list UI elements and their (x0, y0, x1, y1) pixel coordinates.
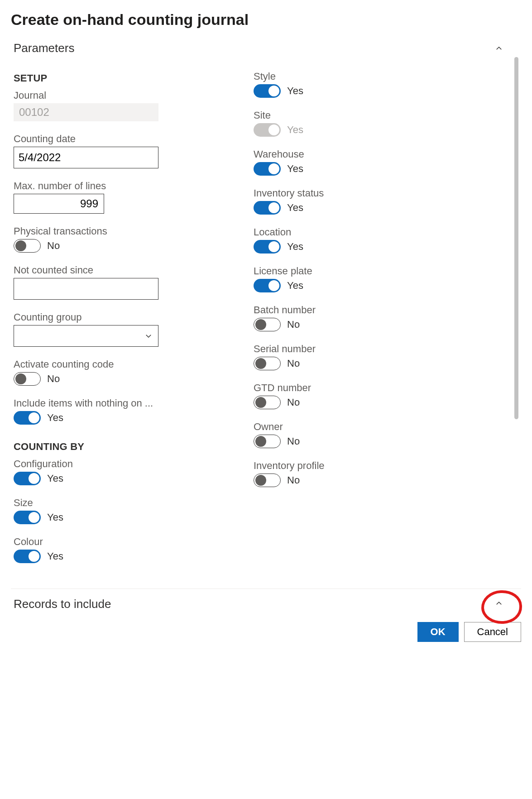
label-license-plate: License plate (254, 265, 435, 277)
label-inventory-status: Inventory status (254, 187, 435, 199)
toggle-include-nothing-state: Yes (47, 412, 63, 424)
parameters-content: SETUP Journal 00102 Counting date Ma (14, 57, 521, 584)
toggle-gtd-number[interactable] (254, 396, 281, 409)
chevron-down-icon (144, 332, 153, 340)
section-title-parameters: Parameters (14, 41, 74, 55)
toggle-activate-counting-code-state: No (47, 373, 60, 385)
toggle-license-plate-state: Yes (287, 280, 303, 292)
label-colour: Colour (14, 536, 195, 548)
toggle-batch-number-state: No (287, 319, 300, 330)
chevron-up-icon (495, 44, 503, 53)
label-counting-date: Counting date (14, 133, 195, 145)
chevron-up-icon (495, 601, 503, 609)
section-divider (11, 588, 521, 589)
label-gtd-number: GTD number (254, 382, 435, 394)
counting-date-field[interactable] (14, 147, 158, 168)
toggle-include-nothing[interactable] (14, 411, 41, 425)
toggle-warehouse[interactable] (254, 162, 281, 176)
label-configuration: Configuration (14, 458, 195, 470)
label-journal: Journal (14, 90, 195, 101)
group-heading-setup: SETUP (14, 72, 195, 84)
toggle-site (254, 123, 281, 137)
dialog-footer: OK Cancel (0, 613, 532, 653)
toggle-serial-number-state: No (287, 358, 300, 369)
label-size: Size (14, 497, 195, 509)
toggle-activate-counting-code[interactable] (14, 372, 41, 386)
toggle-serial-number[interactable] (254, 357, 281, 370)
toggle-size[interactable] (14, 511, 41, 524)
label-warehouse: Warehouse (254, 148, 435, 160)
journal-field: 00102 (14, 103, 158, 121)
toggle-configuration[interactable] (14, 472, 41, 485)
label-location: Location (254, 226, 435, 238)
section-header-parameters[interactable]: Parameters (14, 39, 503, 57)
toggle-owner-state: No (287, 435, 300, 447)
max-lines-input[interactable] (14, 194, 104, 214)
label-site: Site (254, 110, 435, 121)
toggle-physical-trans-state: No (47, 240, 60, 252)
label-batch-number: Batch number (254, 304, 435, 316)
cancel-button[interactable]: Cancel (464, 622, 521, 642)
toggle-site-state: Yes (287, 124, 303, 136)
label-include-nothing: Include items with nothing on ... (14, 397, 195, 409)
column-left: SETUP Journal 00102 Counting date Ma (14, 71, 195, 575)
counting-group-select[interactable] (14, 325, 158, 347)
not-counted-since-input[interactable] (19, 282, 154, 295)
section-title-records: Records to include (14, 597, 111, 611)
toggle-location[interactable] (254, 240, 281, 254)
toggle-size-state: Yes (47, 512, 63, 523)
toggle-colour[interactable] (14, 550, 41, 563)
toggle-inventory-profile-state: No (287, 474, 300, 486)
toggle-license-plate[interactable] (254, 279, 281, 292)
not-counted-since-field[interactable] (14, 278, 158, 300)
toggle-gtd-number-state: No (287, 397, 300, 408)
toggle-owner[interactable] (254, 435, 281, 448)
toggle-style-state: Yes (287, 85, 303, 97)
toggle-warehouse-state: Yes (287, 163, 303, 175)
toggle-batch-number[interactable] (254, 318, 281, 331)
toggle-inventory-profile[interactable] (254, 474, 281, 487)
label-max-lines: Max. number of lines (14, 180, 195, 192)
toggle-style[interactable] (254, 84, 281, 98)
counting-date-input[interactable] (19, 151, 154, 164)
toggle-inventory-status-state: Yes (287, 202, 303, 214)
section-header-records[interactable]: Records to include (14, 595, 503, 613)
label-not-counted-since: Not counted since (14, 264, 195, 276)
toggle-inventory-status[interactable] (254, 201, 281, 215)
label-owner: Owner (254, 421, 435, 433)
toggle-location-state: Yes (287, 241, 303, 253)
toggle-physical-trans[interactable] (14, 239, 41, 253)
label-physical-trans: Physical transactions (14, 225, 195, 237)
ok-button[interactable]: OK (417, 622, 459, 642)
dialog-create-counting-journal: Create on-hand counting journal Paramete… (0, 0, 532, 613)
group-heading-counting-by: COUNTING BY (14, 441, 195, 453)
label-serial-number: Serial number (254, 343, 435, 355)
toggle-colour-state: Yes (47, 550, 63, 562)
scrollbar-thumb[interactable] (514, 57, 518, 419)
label-style: Style (254, 71, 435, 82)
toggle-configuration-state: Yes (47, 473, 63, 484)
label-counting-group: Counting group (14, 311, 195, 323)
label-activate-counting-code: Activate counting code (14, 359, 195, 370)
dialog-title: Create on-hand counting journal (11, 11, 521, 29)
label-inventory-profile: Inventory profile (254, 460, 435, 472)
column-right: Style Yes Site Yes Warehouse (254, 71, 435, 575)
